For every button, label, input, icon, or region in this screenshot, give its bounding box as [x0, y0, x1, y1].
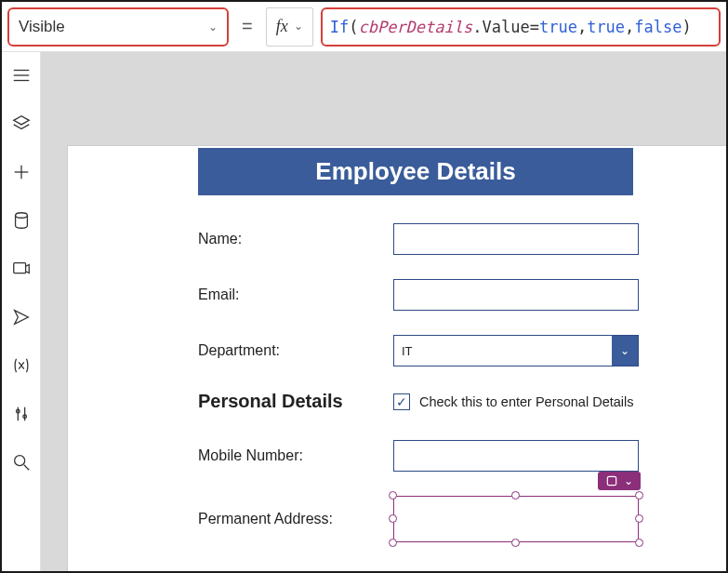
label-mobile: Mobile Number:	[198, 447, 393, 464]
settings-icon[interactable]	[11, 404, 32, 424]
formula-token: .	[472, 18, 482, 36]
input-name[interactable]	[393, 223, 639, 255]
chevron-down-icon: ⌄	[612, 336, 638, 366]
formula-token: =	[530, 18, 539, 36]
chevron-down-icon: ⌄	[208, 20, 218, 33]
input-address[interactable]	[393, 496, 639, 542]
property-value: Visible	[19, 18, 65, 36]
paint-icon[interactable]	[11, 307, 32, 327]
resize-handle[interactable]	[389, 539, 397, 547]
row-personal-section: Personal Details ✓ Check this to enter P…	[198, 391, 699, 412]
equals-label: =	[236, 16, 258, 37]
fx-label: fx	[276, 17, 288, 36]
chevron-down-icon: ⌄	[294, 20, 303, 33]
select-department[interactable]: IT ⌄	[393, 335, 639, 366]
search-icon[interactable]	[11, 452, 32, 473]
formula-token: Value	[483, 18, 530, 36]
formula-token: true	[587, 18, 625, 36]
select-value: IT	[402, 344, 413, 358]
add-icon[interactable]	[11, 162, 32, 182]
formula-token: ,	[625, 18, 634, 36]
resize-handle[interactable]	[389, 514, 397, 523]
resize-handle[interactable]	[635, 539, 643, 547]
formula-token: )	[682, 18, 692, 36]
row-mobile: Mobile Number:	[198, 440, 699, 472]
svg-point-12	[14, 456, 24, 466]
row-department: Department: IT ⌄	[198, 335, 699, 366]
checkbox-personal[interactable]: ✓	[393, 393, 410, 410]
row-address: Permanent Address: ⌄	[198, 496, 699, 542]
media-icon[interactable]	[11, 259, 32, 279]
svg-line-13	[23, 465, 29, 471]
checkbox-label: Check this to enter Personal Details	[419, 394, 634, 409]
row-email: Email:	[198, 279, 699, 311]
input-email[interactable]	[393, 279, 639, 311]
svg-rect-7	[13, 263, 25, 273]
resize-handle[interactable]	[511, 491, 520, 500]
input-mobile[interactable]	[393, 440, 639, 472]
formula-token: true	[539, 18, 577, 36]
formula-input[interactable]: If(cbPerDetails.Value=true,true,false)	[321, 7, 721, 47]
formula-token: cbPerDetails	[358, 18, 472, 36]
form-canvas[interactable]: Employee Details Name: Email: Department…	[67, 145, 726, 571]
copilot-icon	[605, 474, 618, 487]
resize-handle[interactable]	[389, 491, 397, 500]
resize-handle[interactable]	[635, 514, 643, 523]
formula-token: If	[330, 18, 349, 36]
svg-rect-14	[607, 476, 615, 485]
database-icon[interactable]	[11, 210, 32, 231]
form-body: Name: Email: Department: IT ⌄ Personal D…	[68, 195, 726, 542]
svg-point-6	[15, 213, 27, 219]
property-dropdown[interactable]: Visible ⌄	[7, 7, 229, 47]
menu-icon[interactable]	[11, 65, 32, 86]
resize-handle[interactable]	[635, 491, 643, 500]
label-name: Name:	[198, 231, 393, 247]
form-title: Employee Details	[198, 148, 633, 195]
canvas-viewport[interactable]: Employee Details Name: Email: Department…	[41, 52, 726, 571]
svg-marker-3	[13, 116, 29, 125]
layers-icon[interactable]	[11, 113, 32, 134]
label-address: Permanent Address:	[198, 511, 393, 527]
fx-button[interactable]: fx ⌄	[266, 7, 313, 47]
row-name: Name:	[198, 223, 699, 255]
selection-badge[interactable]: ⌄	[598, 472, 641, 490]
formula-bar: Visible ⌄ = fx ⌄ If(cbPerDetails.Value=t…	[2, 2, 726, 52]
label-email: Email:	[198, 286, 393, 303]
resize-handle[interactable]	[511, 539, 520, 547]
variable-icon[interactable]	[11, 355, 32, 376]
formula-token: ,	[577, 18, 587, 36]
section-title: Personal Details	[198, 391, 393, 412]
label-department: Department:	[198, 342, 393, 359]
main-area: Employee Details Name: Email: Department…	[2, 52, 726, 571]
formula-token: false	[634, 18, 682, 36]
formula-token: (	[349, 18, 358, 36]
left-rail	[2, 52, 41, 571]
chevron-down-icon: ⌄	[624, 474, 633, 487]
selected-control-address[interactable]: ⌄	[393, 496, 639, 542]
check-icon: ✓	[396, 394, 407, 409]
